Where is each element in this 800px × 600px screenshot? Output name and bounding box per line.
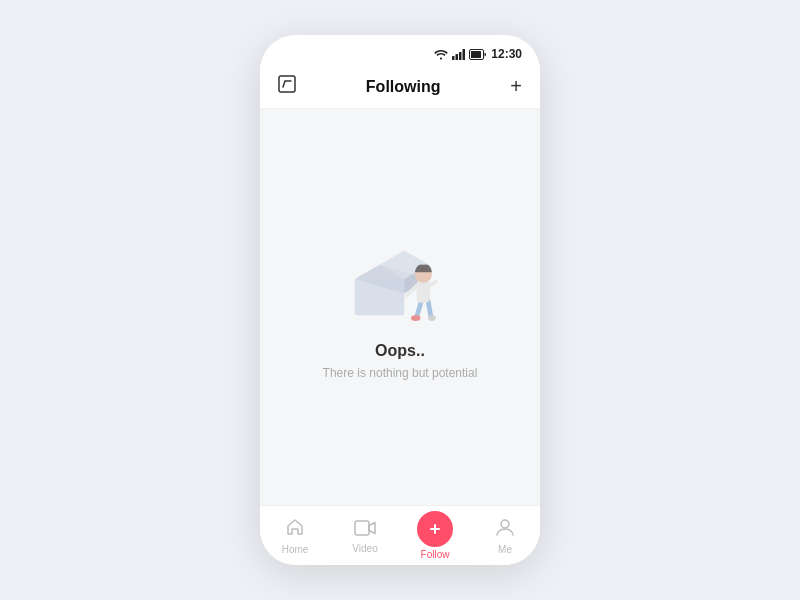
tab-me-label: Me [498, 544, 512, 555]
svg-rect-16 [417, 280, 430, 303]
empty-illustration [350, 234, 450, 324]
tab-home-label: Home [282, 544, 309, 555]
video-icon [354, 518, 376, 541]
me-icon [495, 517, 515, 542]
nav-title: Following [366, 78, 441, 96]
svg-line-12 [417, 301, 422, 317]
status-bar: 12:30 [260, 35, 540, 67]
svg-rect-11 [355, 279, 405, 315]
svg-rect-0 [452, 56, 455, 60]
signal-icon [452, 49, 465, 60]
edit-icon[interactable] [278, 75, 296, 98]
follow-button[interactable] [417, 511, 453, 547]
nav-bar: Following + [260, 67, 540, 109]
svg-line-18 [430, 282, 436, 286]
svg-line-13 [428, 301, 431, 317]
tab-home[interactable]: Home [260, 517, 330, 555]
tab-follow-label: Follow [421, 549, 450, 560]
home-icon [285, 517, 305, 542]
tab-video[interactable]: Video [330, 518, 400, 554]
svg-point-15 [428, 315, 436, 321]
wifi-icon [434, 49, 448, 60]
battery-icon [469, 49, 487, 60]
status-icons: 12:30 [434, 47, 522, 61]
tab-follow[interactable]: Follow [400, 511, 470, 560]
svg-rect-20 [355, 521, 369, 535]
svg-rect-6 [279, 76, 295, 92]
empty-state-subtitle: There is nothing but potential [323, 366, 478, 380]
svg-point-14 [411, 315, 421, 321]
tab-me[interactable]: Me [470, 517, 540, 555]
tab-bar: Home Video Follow [260, 505, 540, 565]
svg-rect-1 [456, 54, 459, 60]
status-time: 12:30 [491, 47, 522, 61]
main-content: Oops.. There is nothing but potential [260, 109, 540, 505]
add-icon[interactable]: + [510, 75, 522, 98]
svg-point-22 [501, 520, 509, 528]
tab-video-label: Video [352, 543, 377, 554]
empty-state-title: Oops.. [375, 342, 425, 360]
svg-rect-2 [459, 52, 462, 60]
svg-rect-5 [471, 51, 481, 58]
phone-frame: 12:30 Following + [260, 35, 540, 565]
svg-rect-3 [463, 49, 466, 60]
